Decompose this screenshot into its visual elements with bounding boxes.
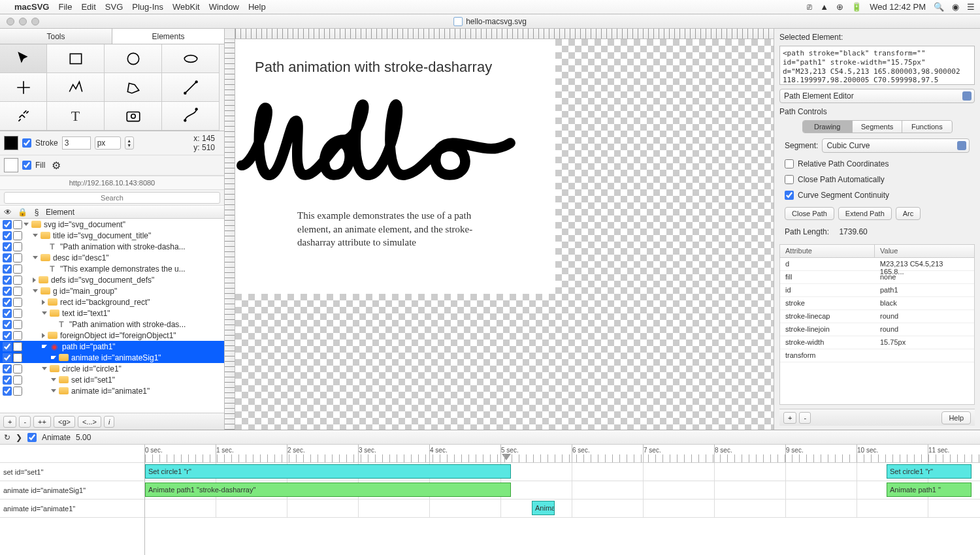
tree-row[interactable]: svg id="svg_document" <box>0 219 224 230</box>
tree-row[interactable]: text id="text1" <box>0 308 224 319</box>
tree-row[interactable]: defs id="svg_document_defs" <box>0 274 224 285</box>
segment-type-select[interactable]: Cubic Curve <box>822 138 970 153</box>
track-row[interactable]: animate id="animateSig1" <box>0 481 144 500</box>
tree-row[interactable]: foreignObject id="foreignObject1" <box>0 330 224 341</box>
tree-info-button[interactable]: i <box>104 416 114 428</box>
app-menu[interactable]: macSVG <box>14 2 49 12</box>
animate-checkbox[interactable] <box>27 433 37 442</box>
attr-row[interactable]: strokeblack <box>780 297 974 310</box>
tree-row[interactable]: title id="svg_document_title" <box>0 230 224 241</box>
track-row[interactable]: set id="set1" <box>0 463 144 481</box>
tree-row[interactable]: g id="main_group" <box>0 285 224 296</box>
timeline-bar[interactable]: Set circle1 "r" <box>145 464 511 479</box>
attribute-table[interactable]: AttributeValue dM23,213 C54.5,213 165.8.… <box>779 244 975 405</box>
fill-color-swatch[interactable] <box>4 158 18 172</box>
stroke-unit-select[interactable]: px <box>95 136 121 150</box>
menubar-clock[interactable]: Wed 12:42 PM <box>870 2 926 12</box>
tree-row[interactable]: T"Path animation with stroke-das... <box>0 319 224 330</box>
ruler-horizontal[interactable] <box>235 29 774 39</box>
timeline-play-icon[interactable]: ❯ <box>16 433 22 442</box>
attr-row[interactable]: stroke-linejoinround <box>780 323 974 336</box>
extend-path-button[interactable]: Extend Path <box>838 207 892 220</box>
menu-edit[interactable]: Edit <box>81 2 95 12</box>
section-icon[interactable]: § <box>31 208 42 217</box>
attr-row[interactable]: fillnone <box>780 271 974 284</box>
tree-row[interactable]: T"This example demonstrates the u... <box>0 263 224 274</box>
attr-add-button[interactable]: + <box>783 412 796 424</box>
image-tool[interactable] <box>105 102 162 131</box>
search-input[interactable] <box>4 192 220 204</box>
menu-window[interactable]: Window <box>209 2 239 12</box>
menu-help[interactable]: Help <box>248 2 266 12</box>
line-tool[interactable] <box>162 73 220 102</box>
plugin-tool[interactable] <box>0 102 47 131</box>
menu-webkit[interactable]: WebKit <box>172 2 200 12</box>
tree-element-button[interactable]: <...> <box>78 416 101 428</box>
svg-document[interactable]: Path animation with stroke-dasharray Thi… <box>235 39 555 294</box>
rect-tool[interactable] <box>47 44 105 73</box>
menu-file[interactable]: File <box>58 2 72 12</box>
timeline-bar[interactable]: Animate circle1 "r" <box>532 501 555 515</box>
stroke-color-swatch[interactable] <box>4 136 18 150</box>
traffic-close[interactable] <box>7 18 14 25</box>
tree-row[interactable]: animate id="animate1" <box>0 385 224 396</box>
lock-icon[interactable]: 🔒 <box>17 208 27 217</box>
curve-continuity-checkbox[interactable] <box>785 191 794 200</box>
stroke-width-input[interactable] <box>62 136 91 150</box>
tree-row[interactable]: animate id="animateSig1" <box>0 352 224 363</box>
airplay-icon[interactable]: ▲ <box>820 2 828 12</box>
tree-row[interactable]: rect id="background_rect" <box>0 296 224 308</box>
ruler-vertical[interactable] <box>225 39 235 430</box>
tree-row[interactable]: T"Path animation with stroke-dasha... <box>0 241 224 252</box>
wifi-icon[interactable]: ⊕ <box>836 2 843 12</box>
traffic-zoom[interactable] <box>31 18 39 25</box>
seg-functions[interactable]: Functions <box>902 121 951 133</box>
text-tool[interactable]: T <box>47 102 105 131</box>
arc-button[interactable]: Arc <box>896 207 921 220</box>
element-tree[interactable]: svg id="svg_document"title id="svg_docum… <box>0 219 224 413</box>
tab-tools[interactable]: Tools <box>0 29 112 44</box>
tree-row[interactable]: desc id="desc1" <box>0 252 224 263</box>
spotlight-icon[interactable]: 🔍 <box>934 2 944 12</box>
menu-svg[interactable]: SVG <box>105 2 123 12</box>
tree-row[interactable]: circle id="circle1" <box>0 363 224 374</box>
timeline-canvas[interactable]: 0 sec.1 sec.2 sec.3 sec.4 sec.5 sec.6 se… <box>145 445 980 555</box>
seg-drawing[interactable]: Drawing <box>803 121 853 133</box>
battery-icon[interactable]: 🔋 <box>851 2 862 12</box>
attr-row[interactable]: stroke-linecapround <box>780 310 974 323</box>
relative-coords-checkbox[interactable] <box>785 159 794 168</box>
screen-icon[interactable]: ⎚ <box>807 2 812 12</box>
seg-segments[interactable]: Segments <box>853 121 902 133</box>
menu-plugins[interactable]: Plug-Ins <box>132 2 163 12</box>
tree-row[interactable]: set id="set1" <box>0 374 224 385</box>
timeline-bar[interactable]: Animate path1 "stroke-dasharray" <box>145 483 511 497</box>
fill-checkbox[interactable] <box>22 161 31 170</box>
gear-icon[interactable]: ⚙ <box>49 158 63 172</box>
stroke-stepper[interactable]: ▲▼ <box>125 136 134 150</box>
hello-path[interactable] <box>235 82 542 194</box>
close-path-auto-checkbox[interactable] <box>785 175 794 184</box>
tree-row[interactable]: ◉path id="path1" <box>0 341 224 352</box>
attr-row[interactable]: dM23,213 C54.5,213 165.8... <box>780 258 974 271</box>
timeline-scale[interactable]: 0 sec.1 sec.2 sec.3 sec.4 sec.5 sec.6 se… <box>145 445 980 463</box>
polyline-tool[interactable] <box>47 73 105 102</box>
attr-row[interactable]: transform <box>780 349 974 362</box>
playhead-icon[interactable] <box>502 454 511 460</box>
element-code-box[interactable]: <path stroke="black" transform="" id="pa… <box>779 46 975 85</box>
timeline-bar[interactable]: Set circle1 "r" <box>887 464 972 479</box>
editor-select[interactable]: Path Element Editor <box>779 89 975 103</box>
tree-add-button[interactable]: + <box>3 416 16 428</box>
path-mode-segment[interactable]: Drawing Segments Functions <box>802 120 953 133</box>
track-row[interactable]: animate id="animate1" <box>0 500 144 518</box>
traffic-minimize[interactable] <box>19 18 27 25</box>
polygon-tool[interactable] <box>105 73 162 102</box>
attr-row[interactable]: stroke-width15.75px <box>780 336 974 349</box>
siri-icon[interactable]: ◉ <box>952 2 959 12</box>
tree-group-button[interactable]: <g> <box>54 416 75 428</box>
timeline-bar[interactable]: Animate path1 " <box>887 483 972 497</box>
tree-remove-button[interactable]: - <box>19 416 31 428</box>
arrow-tool[interactable] <box>0 44 47 73</box>
attr-remove-button[interactable]: - <box>799 412 811 424</box>
circle-tool[interactable] <box>105 44 162 73</box>
stroke-checkbox[interactable] <box>22 138 31 148</box>
